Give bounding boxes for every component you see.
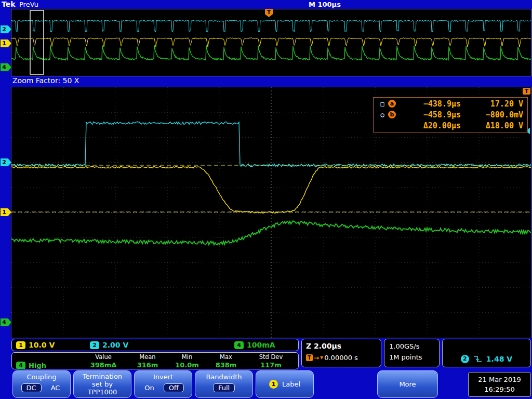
oscilloscope-screen: Tek PreVu M 100µs T 2 1 4 Zoom Factor: 5… <box>0 0 532 399</box>
ch2-badge: 2 <box>90 341 99 349</box>
meas-max: 838m <box>206 361 246 369</box>
acquisition-overview-window[interactable] <box>11 9 531 76</box>
cursor-b-value: −800.0mV <box>461 110 523 119</box>
ch2-ground-marker[interactable]: 2 <box>1 158 11 166</box>
trigger-source-badge: 2 <box>461 355 469 363</box>
meas-mean: 316m <box>127 361 168 369</box>
meas-ch4-badge: 4 <box>16 362 25 369</box>
more-button[interactable]: More <box>377 370 438 398</box>
ch4-ground-marker[interactable]: 4 <box>1 318 11 326</box>
date-readout: 21 Mar 2019 <box>469 375 530 385</box>
cursor-b-shape-icon: ○ <box>377 111 388 118</box>
cursor-delta-value: Δ18.00 V <box>461 121 523 130</box>
meas-header-mean: Mean <box>127 353 168 361</box>
cursor-a-shape-icon: □ <box>377 100 388 108</box>
time-readout: 16:29:50 <box>469 385 530 395</box>
top-status-bar: Tek PreVu M 100µs <box>0 0 532 9</box>
meas-value: 398mA <box>79 361 127 369</box>
measurement-readout-box: Value Mean Min Max Std Dev 4 High 398mA … <box>11 352 299 369</box>
ch4-badge: 4 <box>234 341 244 349</box>
coupling-ac-option[interactable]: AC <box>49 384 62 392</box>
delay-value: 0.00000 s <box>324 354 358 362</box>
trigger-t-icon: T <box>306 354 313 361</box>
overview-ch4-marker: 4 <box>1 63 11 71</box>
delay-marker-icon: ▼ <box>320 355 323 360</box>
meas-header-stddev: Std Dev <box>246 353 296 361</box>
ch2-scale-readout[interactable]: 2 2.00 V <box>90 341 128 349</box>
zoom-waveform-window[interactable]: T □ a −438.9µs 17.20 V ○ b −458.9µs −800… <box>11 87 531 338</box>
meas-header-min: Min <box>168 353 206 361</box>
invert-button[interactable]: Invert On Off <box>134 370 192 398</box>
invert-title: Invert <box>135 373 192 381</box>
sample-rate: 1.00GS/s <box>389 342 439 350</box>
ch1-scale: 10.0 V <box>29 341 55 349</box>
bandwidth-button[interactable]: Bandwidth Full <box>195 370 253 398</box>
zoom-factor-label: Zoom Factor: 50 X <box>12 76 79 85</box>
datetime-box: 21 Mar 2019 16:29:50 <box>468 372 531 397</box>
acquisition-status: PreVu <box>19 1 38 8</box>
coupling-title: Coupling <box>13 373 70 381</box>
label-button[interactable]: 1 Label <box>256 370 314 398</box>
meas-header-value: Value <box>79 353 127 361</box>
delay-readout: T → ▼ 0.00000 s <box>306 354 381 362</box>
cursor-a-time: −438.9µs <box>401 99 461 109</box>
meas-name: High <box>29 362 46 369</box>
channel-scale-readouts: 1 10.0 V 2 2.00 V 4 100mA <box>11 339 299 351</box>
overview-waveforms <box>11 9 531 76</box>
zoom-timebase-readout: Z 2.00µs <box>306 342 381 350</box>
label-ch1-badge: 1 <box>269 380 278 389</box>
cursor-delta-time: Δ20.00µs <box>401 121 461 130</box>
meas-stddev: 117m <box>246 361 296 369</box>
more-text: More <box>378 371 437 397</box>
invert-on-option[interactable]: On <box>142 384 156 392</box>
sample-rate-box: 1.00GS/s 1M points <box>384 339 440 367</box>
termination-line2: set by <box>74 380 131 388</box>
termination-line1: Termination <box>74 373 131 380</box>
invert-off-option[interactable]: Off <box>164 383 184 392</box>
coupling-button[interactable]: Coupling DC AC <box>12 370 71 398</box>
ch1-scale-readout[interactable]: 1 10.0 V <box>16 341 55 349</box>
meas-min: 10.0m <box>168 361 206 369</box>
ch1-ground-marker[interactable]: 1 <box>1 208 11 216</box>
trigger-offscreen-indicator-icon: T <box>523 88 530 95</box>
main-timebase-readout: M 100µs <box>309 1 341 8</box>
tek-logo: Tek <box>2 0 16 8</box>
trigger-readout-box: 2 1.48 V <box>442 339 531 367</box>
ch2-scale: 2.00 V <box>102 341 128 349</box>
cursor-a-value: 17.20 V <box>461 99 523 109</box>
delay-arrow-icon: → <box>314 354 319 362</box>
cursor-b-badge: b <box>388 111 396 118</box>
termination-button[interactable]: Termination set by TPP1000 <box>73 370 131 398</box>
label-text: Label <box>282 380 300 388</box>
trigger-level-readout: 1.48 V <box>486 355 512 363</box>
cursor-readout-box: □ a −438.9µs 17.20 V ○ b −458.9µs −800.0… <box>373 97 528 132</box>
bandwidth-full-option[interactable]: Full <box>213 383 235 392</box>
cursor-b-time: −458.9µs <box>401 110 461 119</box>
record-length: 1M points <box>389 353 439 361</box>
meas-header-max: Max <box>206 353 246 361</box>
coupling-dc-option[interactable]: DC <box>21 383 42 392</box>
ch4-scale-readout[interactable]: 4 100mA <box>234 341 275 349</box>
zoom-timebase-box: Z 2.00µs T → ▼ 0.00000 s <box>301 339 381 367</box>
overview-ch1-marker: 1 <box>1 39 11 47</box>
overview-ch2-marker: 2 <box>1 25 11 33</box>
bandwidth-title: Bandwidth <box>195 373 252 381</box>
termination-line3: TPP1000 <box>74 388 131 396</box>
ch1-badge: 1 <box>16 341 25 349</box>
meas-row-label: 4 High <box>14 361 79 369</box>
ch4-scale: 100mA <box>247 341 275 349</box>
trigger-slope-icon <box>473 354 482 363</box>
cursor-a-badge: a <box>388 100 396 108</box>
